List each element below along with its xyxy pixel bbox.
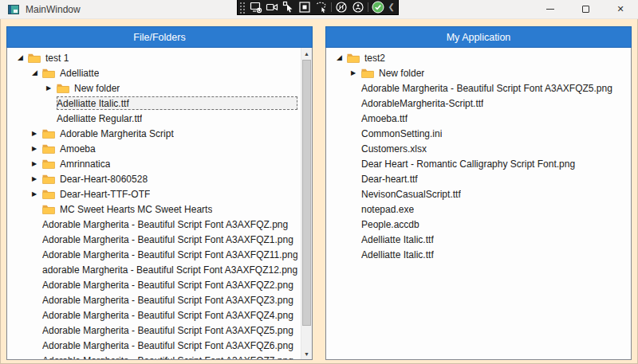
tree-item-content: New folder [57, 81, 297, 95]
tree-item-file[interactable]: Adorable Margherita - Beautiful Script F… [7, 247, 301, 262]
freehand-select-icon [315, 1, 328, 14]
tree-item-folder[interactable]: ◢ test 1 [7, 50, 301, 65]
tree-item-folder[interactable]: ◢ Adelliatte [7, 65, 301, 80]
collapsed-arrow-icon[interactable]: ▶ [31, 131, 42, 137]
maximize-button[interactable] [568, 0, 603, 18]
pause-circle-button[interactable] [333, 0, 350, 15]
tree-item-content: NevisonCasualScript.ttf [361, 187, 628, 201]
tree-item-folder[interactable]: ◢ test2 [326, 50, 631, 65]
tree-item-content: Adorable Margherita - Beautiful Script F… [42, 354, 297, 359]
collapse-chevron-icon[interactable]: ❮ [387, 2, 398, 12]
region-select-button[interactable] [297, 0, 313, 15]
minimize-icon [546, 9, 554, 10]
tree-item-folder[interactable]: MC Sweet Hearts MC Sweet Hearts [7, 202, 301, 217]
tree-item-label: Customers.xlsx [361, 143, 427, 155]
tree-item-label: Adorable Margherita - Beautiful Script F… [42, 340, 293, 351]
collapsed-arrow-icon[interactable]: ▶ [31, 191, 42, 198]
expanded-arrow-icon[interactable]: ◢ [336, 54, 347, 61]
tree-item-file[interactable]: Adorable Margherita - Beautiful Script F… [7, 307, 301, 323]
tree-item-file[interactable]: Adelliatte Italic.ttf [7, 96, 301, 111]
tree-item-content: Adelliatte Italic.ttf [361, 248, 628, 261]
tree-item-file[interactable]: AdorableMargherita-Script.ttf [326, 96, 631, 111]
tree-item-content: Adorable Margherita - Beautiful Script F… [42, 278, 297, 292]
tree-item-content: Adorable Margherita - Beautiful Script F… [42, 308, 297, 322]
vertical-scrollbar[interactable]: ▲ ▼ [301, 48, 312, 359]
person-circle-button[interactable] [350, 0, 367, 15]
tree-item-label: Amrinnatica [60, 159, 110, 170]
tree-item-label: Adorable Margherita - Beautiful Script F… [42, 234, 293, 245]
scrollbar-thumb[interactable] [302, 60, 311, 326]
tree-item-content: Adorable Margherita - Beautiful Script F… [42, 217, 297, 231]
tree-item-file[interactable]: Dear-heart.ttf [326, 171, 631, 186]
tree-item-file[interactable]: Adorable Margherita - Beautiful Script F… [326, 80, 631, 96]
tree-item-file[interactable]: Adelliatte Regular.ttf [7, 111, 301, 126]
scroll-down-button[interactable]: ▼ [301, 348, 312, 359]
tree-item-file[interactable]: People.accdb [326, 217, 631, 232]
tree-item-label: notepad.exe [361, 204, 414, 215]
video-camera-icon [266, 1, 278, 14]
tree-item-label: Dear-Heart-TTF-OTF [60, 189, 150, 200]
tree-item-label: Amoeba.ttf [361, 113, 408, 124]
minimize-button[interactable] [533, 0, 568, 18]
tree-item-content: Amrinnatica [42, 157, 297, 170]
folder-icon [42, 159, 55, 169]
tree-item-label: Dear-heart.ttf [361, 174, 418, 185]
folder-icon [57, 84, 69, 93]
video-camera-button[interactable] [264, 0, 281, 15]
tree-item-folder[interactable]: ▶ Adorable Margherita Script [7, 126, 301, 141]
tree-item-content: test 1 [28, 51, 297, 65]
tree-item-file[interactable]: Adorable Margherita - Beautiful Script F… [7, 353, 301, 359]
freehand-select-button[interactable] [313, 0, 330, 15]
window-title: MainWindow [26, 4, 81, 15]
tree-item-file[interactable]: Dear Heart - Romantic Calligraphy Script… [326, 156, 631, 171]
pause-circle-icon [335, 1, 348, 14]
tree-item-label: MC Sweet Hearts MC Sweet Hearts [60, 204, 212, 215]
monitor-gear-button[interactable] [247, 0, 264, 15]
tree-item-file[interactable]: Adorable Margherita - Beautiful Script F… [7, 277, 301, 292]
recorder-toolbar: ❮ [237, 0, 399, 15]
collapsed-arrow-icon[interactable]: ▶ [31, 146, 42, 152]
collapsed-arrow-icon[interactable]: ▶ [350, 70, 361, 76]
tree-item-file[interactable]: Customers.xlsx [326, 141, 631, 156]
tree-item-file[interactable]: Adorable Margherita - Beautiful Script F… [7, 232, 301, 247]
cursor-pointer-button[interactable] [281, 0, 297, 15]
tree-item-file[interactable]: Adorable Margherita - Beautiful Script F… [7, 292, 301, 307]
tree-item-label: adorable Margherita - Beautiful Script F… [42, 264, 297, 276]
tree-item-label: Adorable Margherita - Beautiful Script F… [42, 310, 293, 321]
tree-item-file[interactable]: notepad.exe [326, 202, 631, 217]
tree-item-content: Adelliatte Italic.ttf [57, 96, 297, 110]
expanded-arrow-icon[interactable]: ◢ [17, 54, 28, 61]
file-folders-tree: ◢ test 1◢ Adelliatte▶ New folderAdelliat… [7, 48, 301, 359]
collapsed-arrow-icon[interactable]: ▶ [31, 161, 42, 167]
tree-item-file[interactable]: Adelliatte Italic.ttf [326, 247, 631, 262]
tree-item-folder[interactable]: ▶ New folder [326, 65, 631, 80]
tree-item-folder[interactable]: ▶ Amoeba [7, 141, 301, 156]
tree-item-file[interactable]: Adorable Margherita - Beautiful Script F… [7, 323, 301, 338]
tree-item-file[interactable]: Amoeba.ttf [326, 111, 631, 126]
tree-item-content: Adorable Margherita - Beautiful Script F… [42, 339, 297, 352]
drag-handle-icon[interactable] [239, 2, 245, 14]
tree-item-file[interactable]: Adelliatte Italic.ttf [326, 232, 631, 247]
tree-item-folder[interactable]: ▶ Dear-Heart-8060528 [7, 171, 301, 186]
tree-item-folder[interactable]: ▶ Dear-Heart-TTF-OTF [7, 186, 301, 202]
tree-item-file[interactable]: CommonSetting.ini [326, 126, 631, 141]
tree-item-label: CommonSetting.ini [361, 128, 442, 139]
close-button[interactable]: ✕ [603, 0, 638, 18]
tree-item-file[interactable]: Adorable Margherita - Beautiful Script F… [7, 217, 301, 232]
tree-item-content: Customers.xlsx [361, 142, 628, 155]
tree-item-folder[interactable]: ▶ Amrinnatica [7, 156, 301, 171]
collapsed-arrow-icon[interactable]: ▶ [31, 176, 42, 182]
tree-item-file[interactable]: NevisonCasualScript.ttf [326, 186, 631, 202]
tree-item-file[interactable]: Adorable Margherita - Beautiful Script F… [7, 338, 301, 353]
tree-item-label: Adelliatte Italic.ttf [361, 234, 434, 245]
scroll-up-button[interactable]: ▲ [301, 48, 312, 59]
tree-item-label: New folder [379, 68, 424, 79]
confirm-button[interactable] [370, 0, 387, 15]
tree-item-file[interactable]: adorable Margherita - Beautiful Script F… [7, 262, 301, 277]
collapsed-arrow-icon[interactable]: ▶ [45, 85, 57, 92]
folder-icon [42, 68, 55, 78]
expanded-arrow-icon[interactable]: ◢ [31, 69, 42, 76]
folder-icon [361, 68, 374, 78]
tree-item-folder[interactable]: ▶ New folder [7, 80, 301, 96]
tree-item-content: Adelliatte Italic.ttf [361, 233, 628, 246]
